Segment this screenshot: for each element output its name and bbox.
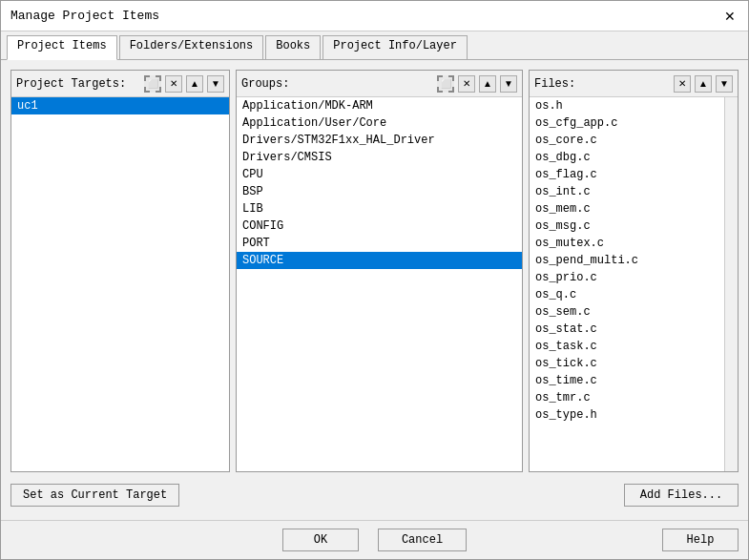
list-item[interactable]: Application/User/Core xyxy=(237,114,522,132)
files-label: Files: xyxy=(534,77,670,91)
files-panel: Files: ✕ ▲ ▼ os.hos_cfg_app.cos_core.cos… xyxy=(529,70,739,472)
bottom-row: Set as Current Target Add Files... xyxy=(10,480,739,510)
panels-row: Project Targets: ⬜ ✕ ▲ ▼ uc1 Groups: ⬜ ✕… xyxy=(10,70,739,472)
files-delete-button[interactable]: ✕ xyxy=(674,75,691,93)
list-item[interactable]: os_tmr.c xyxy=(530,389,724,406)
list-item[interactable]: Drivers/STM32F1xx_HAL_Driver xyxy=(237,132,522,149)
tab-project-items[interactable]: Project Items xyxy=(7,35,117,60)
list-item[interactable]: PORT xyxy=(237,235,522,252)
list-item[interactable]: os_task.c xyxy=(530,338,724,355)
list-item[interactable]: os_stat.c xyxy=(530,321,724,338)
targets-delete-button[interactable]: ✕ xyxy=(165,75,182,93)
groups-panel: Groups: ⬜ ✕ ▲ ▼ Application/MDK-ARMAppli… xyxy=(236,70,523,472)
files-list[interactable]: os.hos_cfg_app.cos_core.cos_dbg.cos_flag… xyxy=(530,97,724,471)
list-item[interactable]: os_mutex.c xyxy=(530,235,724,252)
groups-down-button[interactable]: ▼ xyxy=(500,75,517,93)
list-item[interactable]: os_dbg.c xyxy=(530,149,724,166)
list-item[interactable]: BSP xyxy=(237,183,522,200)
title-bar: Manage Project Items ✕ xyxy=(1,1,748,31)
groups-panel-header: Groups: ⬜ ✕ ▲ ▼ xyxy=(237,71,522,97)
bottom-right: Add Files... xyxy=(624,484,739,507)
list-item[interactable]: CPU xyxy=(237,166,522,183)
files-panel-inner: os.hos_cfg_app.cos_core.cos_dbg.cos_flag… xyxy=(530,97,738,471)
groups-delete-button[interactable]: ✕ xyxy=(458,75,475,93)
groups-list[interactable]: Application/MDK-ARMApplication/User/Core… xyxy=(237,97,522,471)
list-item[interactable]: os_msg.c xyxy=(530,218,724,235)
groups-new-button[interactable]: ⬜ xyxy=(437,75,454,93)
targets-label: Project Targets: xyxy=(16,77,140,91)
set-current-target-button[interactable]: Set as Current Target xyxy=(10,484,179,507)
targets-panel-header: Project Targets: ⬜ ✕ ▲ ▼ xyxy=(11,71,229,97)
close-button[interactable]: ✕ xyxy=(721,8,739,25)
tabs-bar: Project Items Folders/Extensions Books P… xyxy=(1,31,748,60)
files-up-button[interactable]: ▲ xyxy=(695,75,712,93)
ok-button[interactable]: OK xyxy=(282,529,359,551)
cancel-button[interactable]: Cancel xyxy=(378,529,467,551)
footer: OK Cancel Help xyxy=(1,520,748,559)
list-item[interactable]: os_mem.c xyxy=(530,200,724,218)
list-item[interactable]: SOURCE xyxy=(237,252,522,269)
list-item[interactable]: os_time.c xyxy=(530,372,724,389)
list-item[interactable]: os_flag.c xyxy=(530,166,724,183)
targets-list[interactable]: uc1 xyxy=(11,97,229,471)
groups-label: Groups: xyxy=(241,77,433,91)
tab-project-info-layer[interactable]: Project Info/Layer xyxy=(322,35,468,59)
add-files-button[interactable]: Add Files... xyxy=(624,484,739,507)
targets-panel: Project Targets: ⬜ ✕ ▲ ▼ uc1 xyxy=(10,70,230,472)
list-item[interactable]: os_prio.c xyxy=(530,269,724,286)
list-item[interactable]: os_q.c xyxy=(530,286,724,303)
targets-new-button[interactable]: ⬜ xyxy=(144,75,161,93)
list-item[interactable]: os_tick.c xyxy=(530,355,724,372)
targets-up-button[interactable]: ▲ xyxy=(186,75,203,93)
targets-down-button[interactable]: ▼ xyxy=(207,75,224,93)
files-scrollbar[interactable] xyxy=(724,97,738,471)
content-area: Project Targets: ⬜ ✕ ▲ ▼ uc1 Groups: ⬜ ✕… xyxy=(1,60,748,520)
list-item[interactable]: CONFIG xyxy=(237,218,522,235)
dialog-title: Manage Project Items xyxy=(10,9,159,23)
list-item[interactable]: os_sem.c xyxy=(530,303,724,321)
help-button[interactable]: Help xyxy=(662,529,739,551)
list-item[interactable]: Application/MDK-ARM xyxy=(237,97,522,114)
list-item[interactable]: os.h xyxy=(530,97,724,114)
list-item[interactable]: os_pend_multi.c xyxy=(530,252,724,269)
manage-project-items-dialog: Manage Project Items ✕ Project Items Fol… xyxy=(0,0,749,560)
tab-books[interactable]: Books xyxy=(265,35,321,59)
files-panel-header: Files: ✕ ▲ ▼ xyxy=(530,71,738,97)
tab-folders-extensions[interactable]: Folders/Extensions xyxy=(119,35,264,59)
list-item[interactable]: Drivers/CMSIS xyxy=(237,149,522,166)
list-item[interactable]: os_type.h xyxy=(530,406,724,424)
list-item[interactable]: uc1 xyxy=(11,97,229,114)
list-item[interactable]: os_int.c xyxy=(530,183,724,200)
list-item[interactable]: os_core.c xyxy=(530,132,724,149)
bottom-left: Set as Current Target xyxy=(10,484,179,507)
list-item[interactable]: os_cfg_app.c xyxy=(530,114,724,132)
list-item[interactable]: LIB xyxy=(237,200,522,218)
footer-inner: OK Cancel Help xyxy=(10,529,739,551)
groups-up-button[interactable]: ▲ xyxy=(479,75,496,93)
files-down-button[interactable]: ▼ xyxy=(716,75,733,93)
